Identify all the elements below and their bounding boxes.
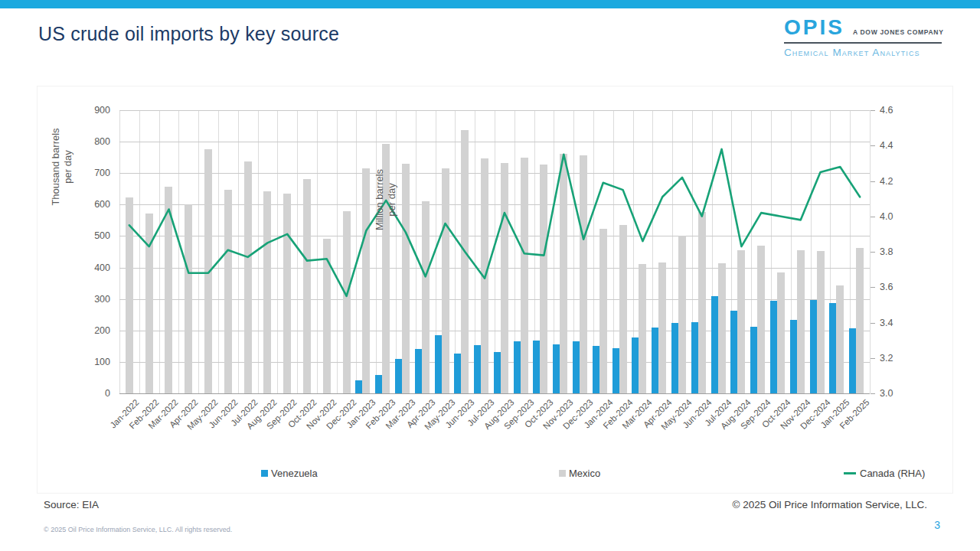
right-axis-tick-label: 4.6 xyxy=(880,106,893,116)
page-title: US crude oil imports by key source xyxy=(38,23,339,45)
logo-divider xyxy=(784,42,942,44)
right-axis-tick xyxy=(871,358,875,359)
right-axis-tick-label: 3.0 xyxy=(880,389,893,399)
opis-logo-text: OPIS xyxy=(784,17,844,38)
right-axis-tick-label: 4.0 xyxy=(880,212,893,222)
right-axis-tick xyxy=(871,323,875,324)
source-note: Source: EIA xyxy=(44,499,99,510)
accent-top-bar xyxy=(0,0,980,8)
left-axis-tick-label: 800 xyxy=(83,137,110,147)
crude-imports-chart: 90080070060050040030020010004.64.44.24.0… xyxy=(37,86,953,494)
right-axis-tick-label: 3.6 xyxy=(880,282,893,292)
left-axis-tick-label: 500 xyxy=(83,231,110,241)
right-axis-tick xyxy=(871,217,875,217)
right-axis-tick xyxy=(871,145,875,146)
right-axis-tick xyxy=(871,110,875,111)
legend-item-venezuela: Venezuela xyxy=(261,468,318,479)
canada-line-series xyxy=(119,110,870,393)
right-axis-tick xyxy=(871,252,875,253)
left-axis-tick-label: 700 xyxy=(83,168,110,178)
left-axis-tick-label: 100 xyxy=(83,357,110,367)
legend-marker xyxy=(559,470,566,477)
slide: US crude oil imports by key source OPIS … xyxy=(0,0,980,551)
left-axis-tick-label: 0 xyxy=(83,389,110,399)
left-axis-tick-label: 400 xyxy=(83,263,110,273)
right-axis-tick xyxy=(871,393,875,394)
left-axis-tick-label: 900 xyxy=(83,106,110,116)
left-axis-title: Thousand barrelsper day xyxy=(50,128,75,205)
right-axis-title: Million barrelsper day xyxy=(374,169,399,230)
copyright-note: © 2025 Oil Price Information Service, LL… xyxy=(732,499,927,510)
legend-marker xyxy=(844,472,856,474)
legend-item-mexico: Mexico xyxy=(559,468,600,479)
right-axis-tick-label: 3.2 xyxy=(880,354,893,364)
left-axis-tick-label: 600 xyxy=(83,200,110,210)
horizontal-gridline xyxy=(119,393,870,394)
left-axis-tick-label: 300 xyxy=(83,295,110,305)
chemical-market-analytics-label: Chemical Market Analytics xyxy=(784,47,945,58)
fine-print: © 2025 Oil Price Information Service, LL… xyxy=(44,526,232,533)
opis-logo: OPIS A DOW JONES COMPANY Chemical Market… xyxy=(784,17,945,58)
left-axis-tick-label: 200 xyxy=(83,326,110,336)
legend-label: Venezuela xyxy=(271,468,318,479)
right-axis-tick xyxy=(871,287,875,288)
right-axis-tick-label: 4.2 xyxy=(880,177,893,187)
legend-marker xyxy=(261,470,268,477)
right-axis-tick-label: 3.8 xyxy=(880,247,893,257)
right-axis-tick xyxy=(871,181,875,182)
page-number: 3 xyxy=(934,519,940,531)
right-axis-tick-label: 4.4 xyxy=(880,141,893,151)
legend-item-canada-rha-: Canada (RHA) xyxy=(844,468,925,479)
legend-label: Canada (RHA) xyxy=(860,468,925,479)
right-axis-tick-label: 3.4 xyxy=(880,318,893,328)
dow-jones-tagline: A DOW JONES COMPANY xyxy=(853,28,944,36)
legend-label: Mexico xyxy=(569,468,600,479)
